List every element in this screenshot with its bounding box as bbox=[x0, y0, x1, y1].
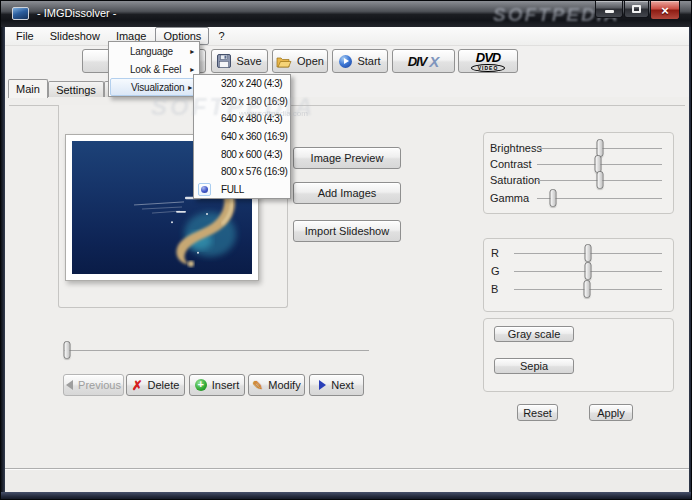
timeline-slider-thumb[interactable] bbox=[64, 341, 71, 359]
submenu-item-800x600[interactable]: 800 x 600 (4:3) bbox=[194, 145, 290, 163]
brightness-label: Brightness bbox=[490, 142, 542, 154]
save-button[interactable]: Save bbox=[211, 49, 268, 73]
save-floppy-icon bbox=[217, 54, 231, 68]
next-button[interactable]: Next bbox=[309, 374, 364, 396]
contrast-slider[interactable] bbox=[537, 164, 662, 165]
maximize-button[interactable] bbox=[624, 1, 649, 18]
insert-button[interactable]: + Insert bbox=[189, 374, 245, 396]
close-button[interactable]: × bbox=[650, 1, 680, 20]
save-label: Save bbox=[236, 55, 261, 67]
modify-label: Modify bbox=[268, 379, 300, 391]
close-icon: × bbox=[661, 4, 669, 17]
open-folder-icon bbox=[276, 55, 292, 68]
red-slider-thumb[interactable] bbox=[585, 244, 592, 262]
blue-slider-thumb[interactable] bbox=[583, 280, 590, 298]
start-label: Start bbox=[357, 55, 380, 67]
start-button[interactable]: Start bbox=[332, 49, 388, 73]
minimize-button[interactable] bbox=[595, 1, 623, 18]
open-label: Open bbox=[297, 55, 324, 67]
green-slider-thumb[interactable] bbox=[585, 262, 592, 280]
submenu-item-320x240[interactable]: 320 x 240 (4:3) bbox=[194, 75, 290, 93]
submenu-item-640x360[interactable]: 640 x 360 (16:9) bbox=[194, 128, 290, 146]
window-border-bottom bbox=[1, 492, 692, 500]
menu-item-language[interactable]: Language ▸ bbox=[109, 42, 199, 60]
gamma-slider[interactable] bbox=[537, 198, 662, 199]
submenu-item-full[interactable]: FULL bbox=[194, 181, 290, 199]
next-arrow-icon bbox=[319, 380, 326, 390]
timeline-slider[interactable] bbox=[64, 350, 369, 351]
menu-slideshow[interactable]: Slideshow bbox=[43, 28, 107, 44]
menu-file[interactable]: File bbox=[9, 28, 41, 44]
title-bar[interactable]: - IMGDissolver - SOFTPEDIA × bbox=[1, 1, 692, 27]
saturation-slider[interactable] bbox=[537, 180, 662, 181]
tab-settings[interactable]: Settings bbox=[48, 81, 104, 97]
divx-logo: DIV bbox=[408, 54, 427, 69]
visualization-submenu: 320 x 240 (4:3) 320 x 180 (16:9) 640 x 4… bbox=[193, 74, 291, 199]
submenu-arrow-icon: ▸ bbox=[190, 47, 194, 56]
apply-button[interactable]: Apply bbox=[589, 404, 633, 421]
delete-x-icon: ✗ bbox=[132, 379, 143, 392]
red-slider[interactable] bbox=[514, 253, 662, 254]
import-slideshow-button[interactable]: Import Slideshow bbox=[293, 220, 401, 242]
next-label: Next bbox=[331, 379, 354, 391]
insert-plus-icon: + bbox=[195, 379, 207, 391]
submenu-arrow-icon: ▸ bbox=[188, 83, 192, 92]
modify-button[interactable]: ✎ Modify bbox=[248, 374, 305, 396]
red-label: R bbox=[491, 247, 499, 259]
add-images-button[interactable]: Add Images bbox=[293, 182, 401, 204]
app-window: - IMGDissolver - SOFTPEDIA × File Slides… bbox=[0, 0, 692, 500]
menu-item-look-and-feel[interactable]: Look & Feel ▸ bbox=[109, 60, 199, 78]
delete-button[interactable]: ✗ Delete bbox=[126, 374, 185, 396]
green-label: G bbox=[491, 265, 500, 277]
reset-button[interactable]: Reset bbox=[517, 404, 558, 421]
minimize-icon bbox=[605, 10, 614, 13]
sepia-button[interactable]: Sepia bbox=[494, 358, 574, 374]
status-bar bbox=[5, 468, 689, 492]
app-icon bbox=[12, 7, 29, 20]
previous-arrow-icon bbox=[66, 380, 73, 390]
submenu-item-320x180[interactable]: 320 x 180 (16:9) bbox=[194, 93, 290, 111]
previous-button[interactable]: Previous bbox=[63, 374, 124, 396]
start-icon bbox=[339, 55, 352, 68]
blue-slider[interactable] bbox=[514, 289, 662, 290]
delete-label: Delete bbox=[148, 379, 180, 391]
contrast-label: Contrast bbox=[490, 158, 532, 170]
window-title: - IMGDissolver - bbox=[37, 7, 116, 19]
green-slider[interactable] bbox=[514, 271, 662, 272]
dvd-button[interactable]: DVD VIDEO bbox=[458, 49, 518, 73]
brightness-slider[interactable] bbox=[537, 148, 662, 149]
tab-main[interactable]: Main bbox=[8, 79, 48, 98]
modify-pencil-icon: ✎ bbox=[252, 379, 263, 392]
rgb-group bbox=[483, 238, 674, 312]
dvd-logo: DVD VIDEO bbox=[471, 51, 505, 72]
window-border-left bbox=[1, 27, 5, 493]
submenu-item-640x480[interactable]: 640 x 480 (4:3) bbox=[194, 110, 290, 128]
insert-label: Insert bbox=[212, 379, 240, 391]
grayscale-button[interactable]: Gray scale bbox=[494, 326, 574, 342]
submenu-item-800x576[interactable]: 800 x 576 (16:9) bbox=[194, 163, 290, 181]
options-dropdown-menu: Language ▸ Look & Feel ▸ Visualization ▸ bbox=[108, 41, 200, 97]
previous-label: Previous bbox=[78, 379, 121, 391]
blue-label: B bbox=[491, 283, 498, 295]
menu-item-visualization[interactable]: Visualization ▸ bbox=[110, 78, 198, 96]
divx-x-icon: X bbox=[429, 53, 439, 70]
saturation-slider-thumb[interactable] bbox=[596, 171, 603, 189]
divx-button[interactable]: DIVX bbox=[392, 49, 455, 73]
open-button[interactable]: Open bbox=[272, 49, 328, 73]
gamma-label: Gamma bbox=[490, 192, 529, 204]
gamma-slider-thumb[interactable] bbox=[550, 189, 557, 207]
menu-help[interactable]: ? bbox=[211, 28, 231, 44]
image-preview-button[interactable]: Image Preview bbox=[293, 147, 401, 169]
saturation-label: Saturation bbox=[490, 174, 540, 186]
submenu-arrow-icon: ▸ bbox=[190, 65, 194, 74]
radio-selected-icon bbox=[198, 183, 211, 196]
maximize-icon bbox=[632, 5, 641, 13]
